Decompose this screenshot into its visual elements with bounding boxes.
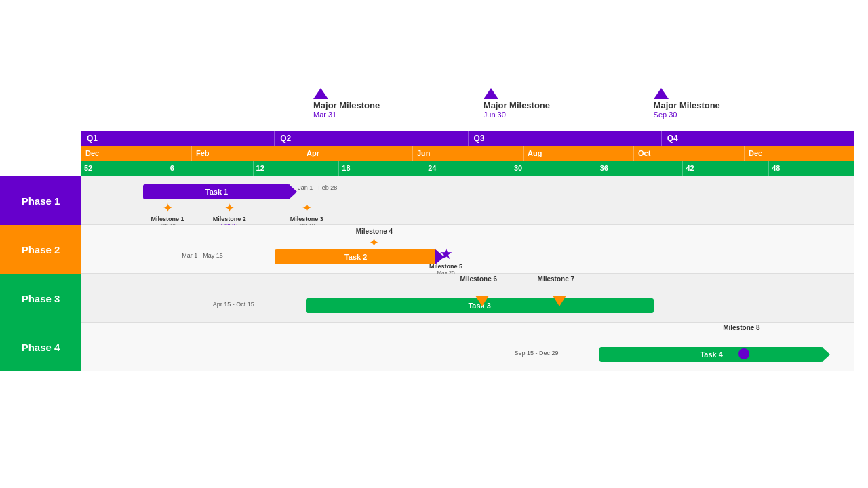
task2-bar[interactable]: Task 2	[275, 249, 437, 264]
month-feb: Feb	[192, 146, 302, 161]
month-apr: Apr	[302, 146, 413, 161]
major-milestone-2: Major Milestone Jun 30	[484, 88, 550, 119]
phase4-content: Milestone 8 Task 4 Sep 15 - Dec 29	[81, 323, 854, 371]
month-jun: Jun	[413, 146, 524, 161]
quarter-q4: Q4	[662, 131, 854, 146]
milestone3: ✦ Milestone 3 Apr 10	[290, 201, 323, 228]
milestone8-label: Milestone 8	[723, 324, 760, 331]
month-dec2: Dec	[745, 146, 854, 161]
week-12: 12	[254, 161, 340, 176]
milestone6-label: Milestone 6	[460, 275, 497, 283]
phase3-label: Phase 3	[0, 274, 81, 323]
month-oct: Oct	[634, 146, 745, 161]
week-48: 48	[769, 161, 854, 176]
task4-dates: Sep 15 - Dec 29	[514, 350, 558, 357]
weeks-row: 52 6 12 18 24 30 36 42 48	[81, 161, 854, 176]
week-24: 24	[425, 161, 511, 176]
milestone7-triangle	[553, 296, 566, 306]
phase3-row: Phase 3 Milestone 6 Milestone 7 Task 3 A…	[0, 274, 854, 323]
task3-dates: Apr 15 - Oct 15	[213, 301, 254, 308]
milestone2: ✦ Milestone 2 Feb 27	[213, 201, 246, 228]
week-52: 52	[81, 161, 167, 176]
quarter-q3: Q3	[469, 131, 662, 146]
week-18: 18	[339, 161, 425, 176]
week-36: 36	[597, 161, 684, 176]
phase2-row: Phase 2 Milestone 4 ✦ Task 2 Mar 1 - May…	[0, 225, 854, 274]
months-row: Dec Feb Apr Jun Aug Oct Dec	[81, 146, 854, 161]
major-milestone-2-date: Jun 30	[484, 110, 506, 119]
milestone1: ✦ Milestone 1 Jan 15	[151, 201, 184, 228]
milestone6-triangle	[475, 296, 489, 306]
phase3-content: Milestone 6 Milestone 7 Task 3 Apr 15 - …	[81, 274, 854, 323]
milestone5: ★ Milestone 5 May 25	[429, 245, 462, 276]
task1-bar[interactable]: Task 1	[143, 184, 290, 199]
major-milestone-1-date: Mar 31	[313, 110, 336, 119]
phase4-label: Phase 4	[0, 323, 81, 371]
week-6: 6	[167, 161, 254, 176]
major-milestone-2-label: Major Milestone	[484, 100, 550, 110]
milestone4: Milestone 4 ✦	[356, 228, 393, 250]
month-dec1: Dec	[81, 146, 192, 161]
major-milestone-1-label: Major Milestone	[313, 100, 380, 110]
quarters-row: Q1 Q2 Q3 Q4	[81, 131, 854, 146]
task2-dates: Mar 1 - May 15	[182, 252, 223, 259]
task4-bar[interactable]: Task 4	[599, 347, 824, 362]
quarter-q2: Q2	[275, 131, 468, 146]
phase4-row: Phase 4 Milestone 8 Task 4 Sep 15 - Dec …	[0, 323, 854, 371]
phase2-content: Milestone 4 ✦ Task 2 Mar 1 - May 15 ★ Mi…	[81, 225, 854, 274]
phase1-label: Phase 1	[0, 176, 81, 225]
quarter-q1: Q1	[81, 131, 275, 146]
major-milestone-3: Major Milestone Sep 30	[654, 88, 720, 119]
milestone8-circle	[738, 348, 749, 359]
month-aug: Aug	[524, 146, 634, 161]
phase1-content: Task 1 Jan 1 - Feb 28 ✦ Milestone 1 Jan …	[81, 176, 854, 225]
major-milestone-3-label: Major Milestone	[654, 100, 720, 110]
phase1-row: Phase 1 Task 1 Jan 1 - Feb 28 ✦ Mileston…	[0, 176, 854, 225]
milestone7-label: Milestone 7	[538, 275, 574, 283]
week-30: 30	[511, 161, 597, 176]
task1-dates: Jan 1 - Feb 28	[298, 184, 337, 191]
week-42: 42	[683, 161, 769, 176]
major-milestone-3-date: Sep 30	[654, 110, 677, 119]
major-milestone-1: Major Milestone Mar 31	[313, 88, 380, 119]
phase2-label: Phase 2	[0, 225, 81, 274]
